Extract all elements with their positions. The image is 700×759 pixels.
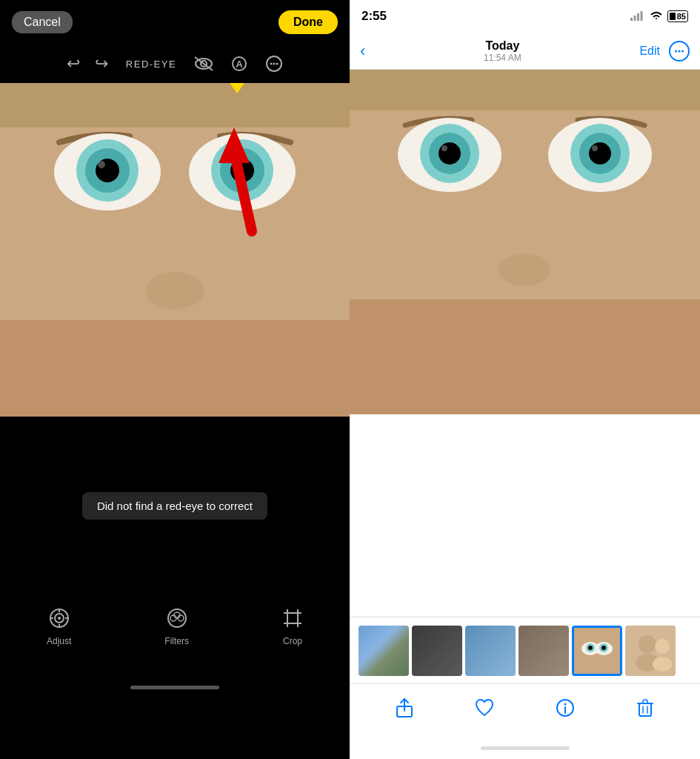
share-button[interactable]	[394, 697, 415, 723]
svg-point-27	[58, 617, 61, 620]
thumbnail-1[interactable]	[359, 626, 409, 676]
adjust-icon	[49, 608, 70, 632]
black-bottom-area: Did not find a red-eye to correct	[0, 417, 350, 594]
crop-icon	[282, 608, 303, 632]
svg-rect-10	[0, 83, 350, 127]
filters-tool[interactable]: Filters	[164, 608, 189, 646]
face-image	[0, 83, 350, 417]
red-eye-icon[interactable]	[194, 56, 213, 71]
thumbnail-3[interactable]	[465, 626, 516, 676]
svg-point-58	[589, 142, 611, 165]
arrow-indicator	[230, 83, 244, 93]
svg-point-70	[639, 635, 656, 653]
svg-rect-49	[350, 70, 700, 110]
red-eye-label: RED-EYE	[126, 59, 176, 70]
svg-point-21	[145, 272, 204, 309]
back-button[interactable]: ‹	[360, 42, 365, 61]
svg-point-72	[655, 639, 670, 654]
status-time: 2:55	[361, 9, 387, 24]
svg-rect-36	[287, 613, 298, 623]
wifi-icon	[650, 10, 663, 23]
svg-point-76	[564, 703, 566, 706]
info-button[interactable]	[555, 697, 576, 723]
svg-point-7	[273, 63, 276, 65]
svg-point-73	[653, 657, 672, 672]
svg-point-15	[98, 161, 105, 168]
svg-rect-43	[637, 13, 639, 21]
like-button[interactable]	[474, 697, 495, 723]
home-bar	[130, 686, 219, 689]
svg-point-54	[441, 145, 447, 151]
thumbnail-5-selected[interactable]	[572, 626, 622, 676]
svg-point-68	[601, 646, 606, 650]
messages-body	[350, 70, 700, 617]
delete-button[interactable]	[635, 697, 656, 723]
thumbnail-2[interactable]	[412, 626, 462, 676]
more-options-icon[interactable]	[265, 55, 283, 73]
action-bar	[350, 683, 700, 737]
crop-tool[interactable]: Crop	[282, 608, 303, 646]
svg-rect-44	[641, 11, 643, 21]
svg-rect-78	[639, 703, 651, 716]
svg-rect-22	[0, 320, 350, 417]
conversation-date: Today	[484, 39, 521, 53]
left-panel: Cancel Done ↩ ↪ RED-EYE A	[0, 0, 350, 759]
thumbnail-4[interactable]	[519, 626, 569, 676]
battery-icon: 85	[667, 10, 688, 22]
svg-point-20	[233, 161, 240, 168]
undo-redo-group: ↩ ↪	[67, 54, 108, 73]
red-eye-message: Did not find a red-eye to correct	[82, 492, 267, 520]
svg-point-65	[588, 646, 593, 650]
svg-text:A: A	[236, 59, 243, 70]
svg-point-6	[270, 63, 273, 65]
done-button[interactable]: Done	[279, 10, 338, 34]
svg-point-60	[499, 253, 550, 286]
messages-header: ‹ Today 11:54 AM Edit	[350, 33, 700, 70]
status-icons: 85	[630, 10, 688, 23]
home-indicator-right	[350, 737, 700, 759]
home-indicator	[0, 676, 350, 698]
filters-icon	[167, 608, 187, 632]
toolbar-row: ↩ ↪ RED-EYE A	[0, 44, 350, 83]
svg-point-59	[592, 145, 598, 151]
adjust-label: Adjust	[47, 636, 71, 646]
thumbnail-strip	[350, 617, 700, 683]
undo-icon[interactable]: ↩	[67, 54, 80, 73]
cancel-button[interactable]: Cancel	[12, 11, 73, 33]
svg-point-8	[276, 63, 279, 65]
svg-rect-41	[630, 18, 633, 21]
markup-icon[interactable]: A	[231, 56, 247, 72]
conversation-header: Today 11:54 AM	[484, 39, 521, 63]
thumbnail-6[interactable]	[625, 626, 676, 676]
status-bar: 2:55 85	[350, 0, 700, 33]
home-bar-right	[481, 746, 570, 750]
adjust-tool[interactable]: Adjust	[47, 608, 71, 646]
edit-button[interactable]: Edit	[639, 44, 660, 58]
right-photo-area	[350, 70, 700, 414]
battery-level: 85	[677, 12, 686, 21]
svg-point-45	[675, 50, 677, 52]
conversation-time: 11:54 AM	[484, 53, 521, 63]
crop-label: Crop	[283, 636, 302, 646]
right-panel: 2:55 85	[350, 0, 700, 759]
left-photo-area	[0, 83, 350, 417]
redo-icon[interactable]: ↪	[95, 54, 108, 73]
bottom-toolbar: Adjust Filters	[0, 594, 350, 676]
filters-label: Filters	[164, 636, 189, 646]
svg-point-53	[439, 142, 461, 165]
svg-point-47	[681, 50, 684, 52]
more-button[interactable]	[669, 41, 690, 62]
svg-rect-61	[350, 299, 700, 414]
left-top-bar: Cancel Done	[0, 0, 350, 44]
right-face-image	[350, 70, 700, 414]
signal-icon	[630, 10, 645, 23]
svg-rect-42	[634, 16, 636, 21]
svg-point-46	[678, 50, 680, 52]
header-actions: Edit	[639, 41, 690, 62]
